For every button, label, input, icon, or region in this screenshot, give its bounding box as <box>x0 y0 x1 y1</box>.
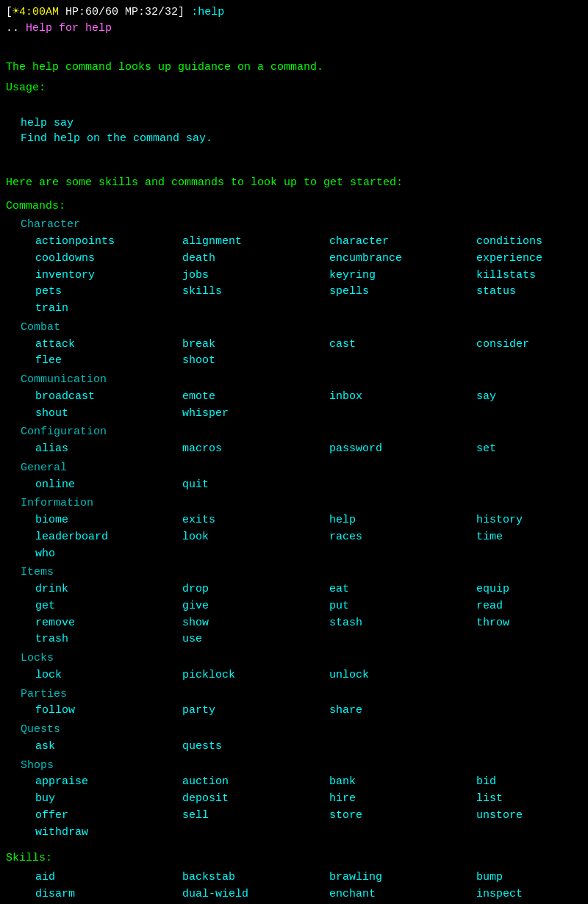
command-cell[interactable]: buy <box>35 791 182 807</box>
skill-cell[interactable]: backstab <box>182 869 329 886</box>
command-cell[interactable]: party <box>182 703 329 719</box>
command-cell <box>476 703 588 719</box>
command-cell[interactable]: actionpoints <box>35 234 182 250</box>
command-cell[interactable]: quit <box>182 477 329 493</box>
command-cell[interactable]: train <box>35 301 182 317</box>
command-cell[interactable]: auction <box>182 774 329 790</box>
command-cell[interactable]: death <box>182 251 329 267</box>
command-cell[interactable]: help <box>329 512 476 528</box>
command-cell[interactable]: appraise <box>35 774 182 790</box>
skill-cell[interactable]: enchant <box>329 886 476 903</box>
command-cell[interactable]: inbox <box>329 389 476 405</box>
command-cell[interactable]: give <box>182 598 329 614</box>
command-cell[interactable]: look <box>182 529 329 545</box>
skill-cell[interactable]: aid <box>35 869 182 886</box>
command-cell[interactable]: keyring <box>329 268 476 284</box>
command-cell[interactable]: deposit <box>182 791 329 807</box>
usage-label: Usage: <box>6 80 582 96</box>
command-cell[interactable]: lock <box>35 667 182 684</box>
skill-cell[interactable]: dual-wield <box>182 886 329 903</box>
skills-header: Skills: <box>6 850 582 867</box>
command-cell[interactable]: alignment <box>182 234 329 250</box>
command-cell[interactable]: flee <box>35 353 182 369</box>
skill-cell[interactable]: brawling <box>329 869 476 886</box>
command-cell[interactable]: list <box>476 791 588 807</box>
command-cell <box>182 301 329 317</box>
command-cell <box>329 739 476 755</box>
command-cell[interactable]: online <box>35 477 182 493</box>
command-cell[interactable]: withdraw <box>35 825 182 841</box>
command-cell[interactable]: inventory <box>35 268 182 284</box>
command-cell <box>476 546 588 562</box>
command-cell[interactable]: share <box>329 703 476 719</box>
command-cell[interactable]: experience <box>476 251 588 267</box>
command-cell[interactable]: show <box>182 615 329 631</box>
command-cell[interactable]: get <box>35 598 182 614</box>
command-cell[interactable]: who <box>35 546 182 562</box>
command-cell[interactable]: equip <box>476 581 588 598</box>
command-cell[interactable]: character <box>329 234 476 250</box>
command-cell[interactable]: remove <box>35 615 182 631</box>
command-cell[interactable]: use <box>182 631 329 647</box>
command-cell[interactable]: broadcast <box>35 389 182 405</box>
command-cell[interactable]: time <box>476 529 588 545</box>
command-cell[interactable]: unstore <box>476 808 588 824</box>
command-cell[interactable]: spells <box>329 284 476 300</box>
command-cell[interactable]: cast <box>329 337 476 353</box>
command-cell[interactable]: emote <box>182 389 329 405</box>
category-parties: Parties <box>21 686 582 703</box>
command-cell[interactable]: exits <box>182 512 329 528</box>
command-cell[interactable]: picklock <box>182 667 329 684</box>
command-cell[interactable]: put <box>329 598 476 614</box>
command-cell[interactable]: bid <box>476 774 588 790</box>
command-row: appraiseauctionbankbid <box>35 774 582 790</box>
command-cell[interactable]: sell <box>182 808 329 824</box>
command-cell[interactable]: bank <box>329 774 476 790</box>
command-cell[interactable]: consider <box>476 337 588 353</box>
command-cell[interactable]: unlock <box>329 667 476 684</box>
skill-cell[interactable]: disarm <box>35 886 182 903</box>
command-cell[interactable]: pets <box>35 284 182 300</box>
command-cell[interactable]: status <box>476 284 588 300</box>
command-cell[interactable]: break <box>182 337 329 353</box>
command-cell[interactable]: conditions <box>476 234 588 250</box>
command-cell[interactable]: races <box>329 529 476 545</box>
command-cell[interactable]: store <box>329 808 476 824</box>
command-cell[interactable]: quests <box>182 739 329 755</box>
command-cell[interactable]: leaderboard <box>35 529 182 545</box>
command-cell[interactable]: eat <box>329 581 476 598</box>
skills-container: aidbackstabbrawlingbumpdisarmdual-wielde… <box>6 869 582 904</box>
command-cell[interactable]: stash <box>329 615 476 631</box>
command-cell[interactable]: skills <box>182 284 329 300</box>
command-cell[interactable]: password <box>329 441 476 457</box>
command-cell[interactable]: trash <box>35 631 182 647</box>
command-cell[interactable]: set <box>476 441 588 457</box>
command-cell[interactable]: cooldowns <box>35 251 182 267</box>
command-cell[interactable]: alias <box>35 441 182 457</box>
skill-cell[interactable]: inspect <box>476 886 588 903</box>
command-cell[interactable]: follow <box>35 703 182 719</box>
command-cell[interactable]: ask <box>35 739 182 755</box>
command-row: biomeexitshelphistory <box>35 512 582 528</box>
command-cell[interactable]: read <box>476 598 588 614</box>
command-cell[interactable]: shoot <box>182 353 329 369</box>
command-cell[interactable]: whisper <box>182 406 329 422</box>
command-cell[interactable]: encumbrance <box>329 251 476 267</box>
command-cell[interactable]: attack <box>35 337 182 353</box>
command-cell[interactable]: hire <box>329 791 476 807</box>
command-cell[interactable]: macros <box>182 441 329 457</box>
command-cell[interactable]: throw <box>476 615 588 631</box>
category-character: Character <box>21 217 582 233</box>
command-cell[interactable]: killstats <box>476 268 588 284</box>
command-cell[interactable]: drink <box>35 581 182 598</box>
command-cell[interactable]: shout <box>35 406 182 422</box>
skill-cell[interactable]: bump <box>476 869 588 886</box>
time-icon: ☀4:00AM <box>12 6 59 18</box>
command-cell[interactable]: history <box>476 512 588 528</box>
command-cell[interactable]: jobs <box>182 268 329 284</box>
command-input: :help <box>191 6 224 18</box>
command-cell[interactable]: drop <box>182 581 329 598</box>
command-cell[interactable]: say <box>476 389 588 405</box>
command-cell[interactable]: biome <box>35 512 182 528</box>
command-cell[interactable]: offer <box>35 808 182 824</box>
